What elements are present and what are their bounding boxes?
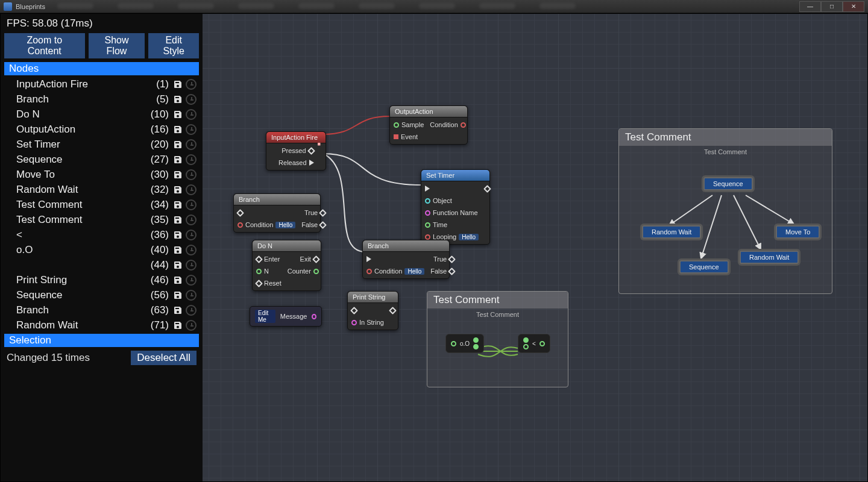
node-output-action[interactable]: OutputAction Sample Event Condition	[389, 105, 468, 145]
node-edit-me[interactable]: Edit Me Message	[250, 306, 322, 327]
save-icon[interactable]	[172, 320, 183, 331]
node-list-item[interactable]: Random Wait(71)	[4, 318, 199, 333]
data-pin-icon[interactable]	[461, 122, 466, 128]
show-flow-button[interactable]: Show Flow	[89, 33, 145, 58]
save-icon[interactable]	[172, 79, 183, 90]
event-pin-icon[interactable]	[394, 134, 398, 139]
history-icon[interactable]	[186, 320, 197, 331]
node-list-item[interactable]: Move To(30)	[4, 167, 199, 182]
save-icon[interactable]	[172, 305, 183, 316]
data-pin-icon[interactable]	[473, 337, 479, 343]
data-pin-icon[interactable]	[425, 222, 430, 228]
node-list-item[interactable]: InputAction Fire(1)	[4, 77, 199, 92]
save-icon[interactable]	[172, 245, 183, 255]
node-label[interactable]: Edit Me	[255, 310, 275, 323]
save-icon[interactable]	[172, 169, 183, 180]
history-icon[interactable]	[186, 139, 197, 150]
exec-pin-icon[interactable]	[448, 255, 456, 263]
exec-pin-icon[interactable]	[366, 256, 371, 262]
history-icon[interactable]	[186, 290, 197, 301]
node-header[interactable]: Set Timer	[421, 170, 489, 181]
node-list-item[interactable]: Branch(5)	[4, 92, 199, 107]
node-list-item[interactable]: Test Comment(35)	[4, 212, 199, 227]
deselect-all-button[interactable]: Deselect All	[131, 351, 197, 365]
data-pin-icon[interactable]	[425, 198, 430, 204]
data-pin-icon[interactable]	[539, 341, 545, 346]
save-icon[interactable]	[172, 94, 183, 105]
save-icon[interactable]	[172, 154, 183, 165]
data-pin-icon[interactable]	[312, 314, 316, 319]
data-pin-icon[interactable]	[523, 344, 529, 349]
node-print-string[interactable]: Print String In String	[347, 291, 398, 330]
zoom-to-content-button[interactable]: Zoom to Content	[4, 33, 85, 58]
save-icon[interactable]	[172, 230, 183, 240]
history-icon[interactable]	[186, 260, 197, 271]
node-list-item[interactable]: Set Timer(20)	[4, 137, 199, 152]
data-pin-icon[interactable]	[451, 341, 456, 346]
save-icon[interactable]	[172, 199, 183, 210]
node-header[interactable]: Print String	[348, 292, 398, 303]
maximize-button[interactable]: □	[821, 1, 843, 12]
history-icon[interactable]	[186, 124, 197, 135]
close-button[interactable]: ✕	[843, 1, 864, 12]
node-header[interactable]: InputAction Fire ■	[266, 132, 326, 143]
exec-pin-icon[interactable]	[319, 221, 327, 229]
history-icon[interactable]	[186, 154, 197, 165]
data-pin-icon[interactable]	[394, 122, 399, 128]
save-icon[interactable]	[172, 184, 183, 195]
exec-pin-icon[interactable]	[255, 280, 263, 287]
data-pin-icon[interactable]	[237, 222, 243, 228]
node-header[interactable]: Do N	[253, 240, 321, 252]
edit-style-button[interactable]: Edit Style	[148, 33, 199, 58]
node-branch-1[interactable]: Branch ConditionHello True False	[233, 193, 321, 233]
comment-title[interactable]: Test Comment	[427, 292, 568, 308]
node-do-n[interactable]: Do N Enter N Reset Exit Counter	[252, 240, 321, 291]
data-pin-icon[interactable]	[473, 344, 479, 349]
save-icon[interactable]	[172, 260, 183, 271]
node-list-item[interactable]: Do N(10)	[4, 107, 199, 122]
node-list-item[interactable]: Random Wait(32)	[4, 182, 199, 197]
history-icon[interactable]	[186, 305, 197, 316]
comment-box-1[interactable]: Test Comment Test Comment o.O <	[427, 291, 568, 387]
history-icon[interactable]	[186, 245, 197, 255]
node-header[interactable]: Branch	[234, 194, 320, 205]
mini-node-random-wait[interactable]: Random Wait	[642, 225, 701, 239]
node-list-item[interactable]: o.O(40)	[4, 242, 199, 257]
exec-pin-icon[interactable]	[350, 307, 358, 315]
history-icon[interactable]	[186, 230, 197, 240]
node-less[interactable]: <	[518, 334, 550, 353]
save-icon[interactable]	[172, 275, 183, 286]
data-pin-icon[interactable]	[523, 337, 529, 343]
data-pin-icon[interactable]	[256, 269, 262, 274]
save-icon[interactable]	[172, 290, 183, 301]
pin-value[interactable]: Hello	[404, 268, 424, 275]
exec-pin-icon[interactable]	[389, 307, 397, 315]
node-header[interactable]: Branch	[363, 240, 449, 252]
pin-value[interactable]: Hello	[459, 234, 479, 240]
mini-node-sequence[interactable]: Sequence	[703, 177, 753, 190]
exec-pin-icon[interactable]	[309, 160, 314, 166]
minimize-button[interactable]: —	[799, 1, 821, 12]
data-pin-icon[interactable]	[425, 234, 430, 240]
data-pin-icon[interactable]	[351, 320, 357, 325]
exec-pin-icon[interactable]	[312, 255, 320, 263]
pin-value[interactable]: Hello	[275, 222, 295, 228]
node-oO[interactable]: o.O	[445, 334, 484, 353]
comment-title[interactable]: Test Comment	[619, 129, 832, 146]
node-list-item[interactable]: <(36)	[4, 227, 199, 242]
history-icon[interactable]	[186, 184, 197, 195]
exec-pin-icon[interactable]	[483, 185, 491, 193]
mini-node-move-to[interactable]: Move To	[776, 225, 820, 239]
save-icon[interactable]	[172, 139, 183, 150]
history-icon[interactable]	[186, 275, 197, 286]
node-set-timer[interactable]: Set Timer Object Function Name Time Loop…	[421, 169, 490, 245]
exec-pin-icon[interactable]	[425, 186, 430, 192]
history-icon[interactable]	[186, 109, 197, 120]
exec-pin-icon[interactable]	[319, 209, 327, 217]
data-pin-icon[interactable]	[313, 269, 319, 274]
save-icon[interactable]	[172, 124, 183, 135]
history-icon[interactable]	[186, 214, 197, 225]
node-branch-2[interactable]: Branch ConditionHello True False	[362, 240, 450, 279]
comment-box-2[interactable]: Test Comment Test Comment Sequence Rando…	[618, 128, 832, 294]
save-icon[interactable]	[172, 214, 183, 225]
